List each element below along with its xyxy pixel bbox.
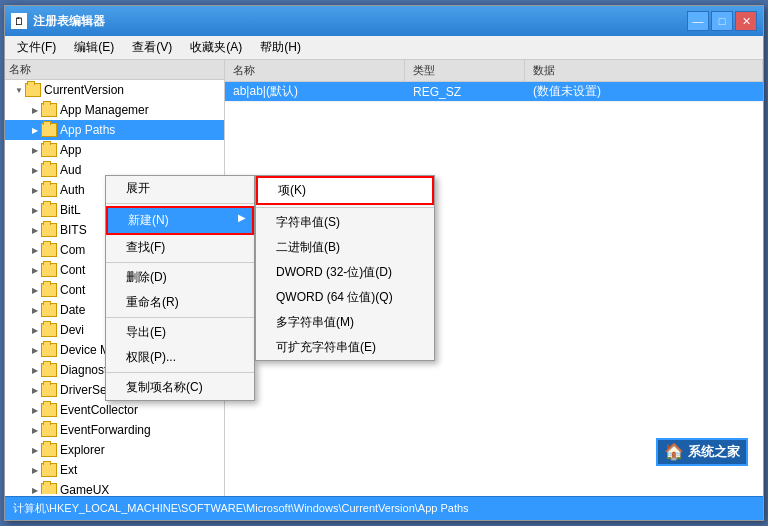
tree-item-appmanager[interactable]: ▶ App Managemer [5,100,224,120]
tree-header: 名称 [5,60,224,80]
menubar: 文件(F) 编辑(E) 查看(V) 收藏夹(A) 帮助(H) [5,36,763,60]
app-icon: 🗒 [11,13,27,29]
folder-icon [41,303,57,317]
ctx-new[interactable]: 新建(N) [106,206,254,235]
ctx-rename[interactable]: 重命名(R) [106,290,254,315]
expand-arrow: ▶ [29,124,41,136]
tree-item-app[interactable]: ▶ App [5,140,224,160]
separator [106,317,254,318]
submenu-dword[interactable]: DWORD (32-位)值(D) [256,260,434,285]
ctx-delete[interactable]: 删除(D) [106,265,254,290]
menu-help[interactable]: 帮助(H) [252,37,309,58]
submenu-multistring[interactable]: 多字符串值(M) [256,310,434,335]
menu-view[interactable]: 查看(V) [124,37,180,58]
minimize-button[interactable]: — [687,11,709,31]
tree-item-currentversion[interactable]: ▼ CurrentVersion [5,80,224,100]
tree-item-eventforwarding[interactable]: ▶ EventForwarding [5,420,224,440]
close-button[interactable]: ✕ [735,11,757,31]
main-window: 🗒 注册表编辑器 — □ ✕ 文件(F) 编辑(E) 查看(V) 收藏夹(A) … [4,5,764,521]
ctx-find[interactable]: 查找(F) [106,235,254,260]
ctx-copy[interactable]: 复制项名称(C) [106,375,254,400]
table-row[interactable]: ab|ab|(默认) REG_SZ (数值未设置) [225,82,763,102]
titlebar: 🗒 注册表编辑器 — □ ✕ [5,6,763,36]
folder-icon [41,223,57,237]
folder-icon [41,383,57,397]
col-header-type: 类型 [405,60,525,81]
submenu-string[interactable]: 字符串值(S) [256,210,434,235]
ctx-export[interactable]: 导出(E) [106,320,254,345]
folder-icon [41,483,57,494]
folder-icon [41,423,57,437]
house-icon: 🏠 [664,442,684,462]
column-headers: 名称 类型 数据 [225,60,763,82]
folder-icon [25,83,41,97]
main-area: 名称 ▼ CurrentVersion ▶ App Managemer ▶ Ap… [5,60,763,496]
folder-icon [41,323,57,337]
menu-favorites[interactable]: 收藏夹(A) [182,37,250,58]
folder-icon [41,143,57,157]
folder-icon [41,243,57,257]
watermark-box: 🏠 系统之家 [656,438,748,466]
folder-icon [41,283,57,297]
separator [106,372,254,373]
folder-icon [41,263,57,277]
tree-item-ext[interactable]: ▶ Ext [5,460,224,480]
titlebar-left: 🗒 注册表编辑器 [11,13,105,30]
menu-file[interactable]: 文件(F) [9,37,64,58]
titlebar-buttons: — □ ✕ [687,11,757,31]
cell-value: (数值未设置) [525,83,763,100]
submenu-expandstring[interactable]: 可扩充字符串值(E) [256,335,434,360]
menu-edit[interactable]: 编辑(E) [66,37,122,58]
folder-icon [41,183,57,197]
col-header-data: 数据 [525,60,763,81]
separator [256,207,434,208]
cell-name: ab|ab|(默认) [225,83,405,100]
folder-icon [41,123,57,137]
tree-item-gameux[interactable]: ▶ GameUX [5,480,224,494]
ctx-expand[interactable]: 展开 [106,176,254,201]
folder-icon [41,403,57,417]
expand-arrow: ▼ [13,84,25,96]
folder-icon [41,103,57,117]
submenu: 项(K) 字符串值(S) 二进制值(B) DWORD (32-位)值(D) QW… [255,175,435,361]
folder-icon [41,343,57,357]
submenu-qword[interactable]: QWORD (64 位值)(Q) [256,285,434,310]
folder-icon [41,203,57,217]
status-path: 计算机\HKEY_LOCAL_MACHINE\SOFTWARE\Microsof… [13,501,469,516]
statusbar: 计算机\HKEY_LOCAL_MACHINE\SOFTWARE\Microsof… [5,496,763,520]
maximize-button[interactable]: □ [711,11,733,31]
folder-icon [41,363,57,377]
submenu-binary[interactable]: 二进制值(B) [256,235,434,260]
cell-type: REG_SZ [405,85,525,99]
folder-icon [41,163,57,177]
submenu-key[interactable]: 项(K) [256,176,434,205]
watermark: 🏠 系统之家 [656,438,748,466]
tree-item-apppaths[interactable]: ▶ App Paths [5,120,224,140]
tree-item-eventcollector[interactable]: ▶ EventCollector [5,400,224,420]
tree-item-explorer[interactable]: ▶ Explorer [5,440,224,460]
separator [106,262,254,263]
window-title: 注册表编辑器 [33,13,105,30]
context-menu: 展开 新建(N) 查找(F) 删除(D) 重命名(R) 导出(E) 权限(P).… [105,175,255,401]
separator [106,203,254,204]
ctx-permissions[interactable]: 权限(P)... [106,345,254,370]
folder-icon [41,463,57,477]
watermark-text: 系统之家 [688,443,740,461]
col-header-name: 名称 [225,60,405,81]
folder-icon [41,443,57,457]
expand-arrow: ▶ [29,104,41,116]
